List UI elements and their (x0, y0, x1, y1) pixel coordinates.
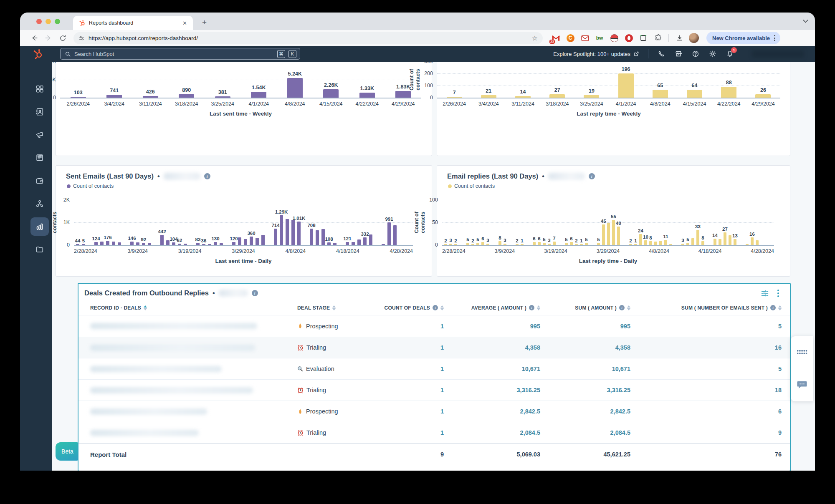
count-of-deals-cell[interactable]: 1 (387, 408, 444, 415)
table-row[interactable]: Trialing13,316.253,316.2518 (78, 379, 790, 401)
info-icon[interactable]: i (589, 173, 595, 179)
back-icon[interactable] (29, 33, 39, 43)
sum-amount-cell[interactable]: 4,358 (547, 344, 630, 351)
sum-emails-cell[interactable]: 6 (637, 408, 782, 415)
bar[interactable] (316, 230, 319, 245)
chat-bubble-button[interactable] (791, 369, 813, 402)
tab-search-chevron-icon[interactable] (804, 18, 807, 22)
bar[interactable]: 5 (686, 243, 689, 245)
address-bar[interactable]: https://app.hubspot.com/reports-dashboar… (73, 32, 543, 44)
bar[interactable] (369, 234, 372, 245)
count-of-deals-cell[interactable]: 1 (387, 387, 444, 393)
bar[interactable] (691, 238, 694, 245)
bar[interactable] (729, 235, 731, 245)
bar[interactable]: 24 (639, 234, 642, 245)
record-id-cell[interactable] (90, 408, 291, 415)
legend-label[interactable]: Count of contacts (454, 183, 495, 189)
column-header-sum-emails-sent[interactable]: SUM ( NUMBER OF EMAILS SENT ) i (637, 305, 782, 311)
marketplace-icon[interactable] (674, 50, 683, 58)
bar[interactable]: 5 (476, 243, 479, 245)
bar[interactable]: 5 (597, 243, 600, 245)
bar[interactable] (584, 95, 599, 98)
average-amount-cell[interactable]: 2,842.5 (450, 408, 540, 415)
bar[interactable] (549, 94, 565, 98)
bar[interactable]: 2 (575, 244, 578, 245)
table-row[interactable]: Trialing12,084.52,084.59 (78, 422, 790, 443)
bar[interactable]: 55 (612, 220, 615, 245)
bar[interactable] (357, 239, 361, 245)
site-settings-icon[interactable] (78, 35, 85, 41)
bar[interactable]: 5 (466, 243, 469, 245)
record-id-cell[interactable] (90, 366, 291, 372)
sidebar-item-marketing[interactable] (30, 126, 49, 144)
sum-amount-cell[interactable]: 2,842.5 (547, 408, 630, 415)
column-header-record-id[interactable]: RECORD ID - DEALS (90, 305, 291, 311)
calling-icon[interactable] (657, 50, 665, 58)
average-amount-cell[interactable]: 10,671 (450, 365, 540, 372)
average-amount-cell[interactable]: 3,316.25 (450, 387, 540, 393)
bar[interactable] (607, 223, 610, 245)
screenshot-extension-icon[interactable] (639, 33, 648, 43)
bar[interactable] (321, 229, 325, 245)
sort-arrows-icon[interactable] (778, 305, 782, 310)
kebab-menu-icon[interactable] (777, 290, 779, 297)
bar[interactable] (755, 94, 771, 98)
pokeball-extension-icon[interactable] (610, 33, 619, 43)
bar[interactable]: 10 (644, 240, 647, 245)
sidebar-item-crm[interactable] (30, 103, 49, 121)
browser-tab[interactable]: Reports dashboard ✕ (73, 16, 193, 30)
bar[interactable] (618, 73, 634, 98)
sidebar-item-commerce[interactable] (30, 171, 49, 190)
sort-arrows-icon[interactable] (144, 305, 147, 310)
forward-icon[interactable] (43, 33, 53, 43)
column-header-sum-amount[interactable]: SUM ( AMOUNT ) i (547, 305, 630, 311)
table-title[interactable]: Deals Created from Outbound Replies (84, 289, 209, 297)
bar[interactable] (256, 238, 259, 245)
bar[interactable] (359, 93, 375, 98)
bar[interactable] (244, 239, 247, 245)
bar[interactable]: 8 (498, 241, 501, 245)
bar[interactable]: 40 (617, 227, 620, 245)
sum-amount-cell[interactable]: 2,084.5 (547, 429, 630, 436)
count-of-deals-cell[interactable]: 1 (387, 344, 444, 351)
bar[interactable]: 708 (310, 229, 313, 245)
bar[interactable]: 3 (681, 244, 684, 245)
bar[interactable]: 14 (714, 239, 716, 245)
bar[interactable]: 8 (649, 241, 652, 245)
bar[interactable]: 6 (570, 242, 573, 245)
bar[interactable]: 1.29K (280, 215, 283, 245)
bar[interactable] (515, 96, 531, 98)
c-extension-icon[interactable]: C (566, 33, 575, 43)
sidebar-item-automations[interactable] (30, 194, 49, 213)
bar[interactable] (118, 242, 121, 245)
sum-amount-cell[interactable]: 10,671 (547, 365, 630, 372)
beta-badge[interactable]: Beta (56, 442, 79, 461)
bar[interactable] (687, 90, 702, 98)
url-text[interactable]: https://app.hubspot.com/reports-dashboar… (89, 35, 528, 41)
bar[interactable]: 7 (553, 242, 556, 245)
profile-avatar[interactable] (689, 33, 699, 43)
bar[interactable] (323, 89, 339, 98)
bar[interactable] (112, 242, 115, 245)
flame-extension-icon[interactable] (624, 33, 633, 43)
card-title[interactable]: Email replies (Last 90 Days) (447, 172, 538, 180)
tab-close-icon[interactable]: ✕ (181, 20, 189, 26)
bar[interactable]: 6 (533, 242, 536, 245)
average-amount-cell[interactable]: 4,358 (450, 344, 540, 351)
bar[interactable]: 62 (178, 244, 181, 245)
search-input[interactable]: Search HubSpot ⌘ K (60, 48, 300, 60)
bar[interactable] (251, 92, 266, 98)
bar[interactable]: 45 (602, 224, 605, 245)
bar[interactable]: 124 (94, 242, 98, 245)
bar[interactable]: 13 (734, 239, 736, 245)
bar[interactable]: 2 (471, 244, 474, 245)
bar[interactable] (287, 78, 303, 98)
bar[interactable]: 27 (724, 232, 726, 245)
count-of-deals-cell[interactable]: 1 (387, 429, 444, 436)
bar[interactable]: 6 (538, 242, 541, 245)
bar[interactable]: 991 (387, 222, 391, 245)
sort-arrows-icon[interactable] (627, 305, 630, 310)
bar[interactable]: 5 (585, 243, 588, 245)
sort-arrows-icon[interactable] (537, 305, 540, 310)
bar[interactable] (208, 244, 211, 245)
